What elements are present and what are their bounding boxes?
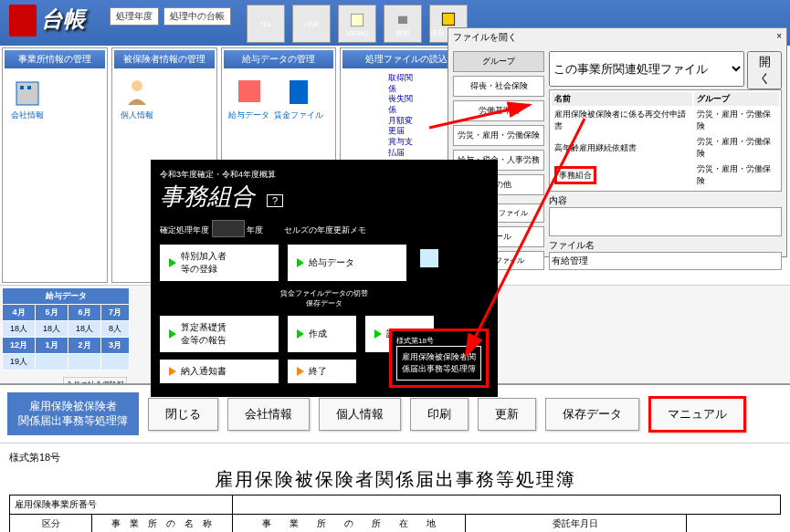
ledger-button[interactable]: 処理中の台帳 bbox=[163, 7, 231, 26]
file-open-dialog: ファイルを開く× グループ 得喪・社会保険 労働基準法 労災・雇用・労働保険 給… bbox=[448, 27, 787, 257]
svg-rect-5 bbox=[27, 86, 31, 89]
form-window: 雇用保険被保険者 関係届出事務等処理簿 閉じる 会社情報 個人情報 印刷 更新 … bbox=[0, 383, 790, 532]
close-button[interactable]: 閉じる bbox=[148, 398, 218, 431]
link-button[interactable]: LINK bbox=[292, 5, 331, 43]
section-header: 事業所情報の管理 bbox=[5, 50, 105, 68]
payment-notice-button[interactable]: 納入通知書 bbox=[160, 360, 279, 383]
note-text: 賃金ファイルデータの切替 bbox=[160, 288, 489, 298]
svg-rect-9 bbox=[420, 249, 438, 267]
list-item[interactable]: 高年齢雇用継続依頼書労災・雇用・労働保険 bbox=[552, 135, 779, 161]
print-button[interactable]: 印刷 bbox=[410, 398, 469, 431]
file-item[interactable]: 賞与支払届 bbox=[388, 137, 419, 158]
form-table: 雇用保険事業所番号 区分事 業 所 の 名 称事 業 所 の 所 在 地委託年月… bbox=[9, 495, 781, 532]
file-item[interactable]: 取得関係 bbox=[388, 73, 419, 94]
svg-rect-2 bbox=[442, 13, 454, 25]
form-number: 様式第18号 bbox=[9, 451, 781, 464]
app-logo: 台帳 bbox=[9, 5, 85, 37]
filename-value: 有給管理 bbox=[549, 252, 782, 270]
file-item[interactable]: 喪失関係 bbox=[388, 94, 419, 115]
note-icon bbox=[416, 245, 443, 272]
open-button[interactable]: 開く bbox=[747, 51, 782, 89]
form-heading: 雇用保険被保険者関係届出事務等処理簿 bbox=[9, 467, 781, 492]
group-button[interactable]: 得喪・社会保険 bbox=[453, 76, 544, 97]
savedata-button[interactable]: 保存データ bbox=[545, 398, 639, 431]
filename-label: ファイル名 bbox=[549, 240, 595, 250]
create-button[interactable]: 作成 bbox=[288, 316, 356, 352]
file-combo[interactable]: この事業所関連処理ファイル bbox=[549, 51, 744, 87]
company-info-button[interactable]: 会社情報 bbox=[9, 73, 46, 121]
close-button[interactable]: × bbox=[776, 31, 782, 44]
list-item[interactable]: 事務組合労災・雇用・労働保険 bbox=[552, 162, 779, 188]
help-button[interactable]: ? bbox=[267, 194, 283, 207]
svg-rect-7 bbox=[238, 80, 260, 102]
group-button[interactable]: 労働基準法 bbox=[453, 100, 544, 121]
form18-button[interactable]: 様式第18号 雇用保険被保険者関 係届出事務等処理簿 bbox=[389, 329, 489, 388]
svg-rect-0 bbox=[351, 14, 363, 26]
svg-rect-3 bbox=[16, 82, 38, 105]
person-button[interactable]: 個人情報 bbox=[319, 398, 401, 431]
file-list[interactable]: 名前グループ雇用保険被保険者に係る再交付申請書労災・雇用・労働保険高年齢雇用継続… bbox=[549, 89, 782, 192]
salary-table: 給与データ 4月5月6月7月18人18人18人8人12月1月2月3月19人 bbox=[2, 287, 130, 370]
update-button[interactable]: 更新 bbox=[384, 5, 422, 43]
section-header: 給与データの管理 bbox=[224, 50, 333, 68]
year-button[interactable]: 処理年度 bbox=[110, 7, 159, 26]
jimukumiai-panel: 令和3年度確定・令和4年度概算 事務組合 ? 確定処理年度 年度 セルズの年度更… bbox=[151, 160, 498, 397]
person-info-button[interactable]: 個人情報 bbox=[119, 73, 155, 121]
list-item[interactable]: 雇用保険被保険者に係る再交付申請書労災・雇用・労働保険 bbox=[552, 108, 779, 133]
exit-button[interactable]: 終了 bbox=[288, 360, 356, 383]
special-register-button[interactable]: 特別加入者 等の登録 bbox=[160, 245, 279, 281]
form-title: 雇用保険被保険者 関係届出事務等処理簿 bbox=[7, 392, 139, 435]
content-label: 内容 bbox=[549, 195, 567, 205]
company-button[interactable]: 会社情報 bbox=[227, 398, 310, 431]
panel-subtitle: 令和3年度確定・令和4年度概算 bbox=[160, 169, 489, 181]
tel-button[interactable]: TEL bbox=[247, 5, 285, 43]
list-item[interactable]: 労働保険新規適用労災・雇用・労働保険 bbox=[552, 190, 779, 192]
salary-data-button[interactable]: 給与データ bbox=[228, 73, 269, 121]
update-button[interactable]: 更新 bbox=[478, 398, 536, 431]
year-input[interactable] bbox=[212, 220, 245, 237]
wage-file-button[interactable]: 賃金ファイル bbox=[274, 73, 323, 121]
memo-button[interactable]: MEMO bbox=[338, 5, 376, 43]
svg-rect-4 bbox=[20, 86, 24, 89]
section-header: 被保険者情報の管理 bbox=[114, 50, 215, 68]
svg-rect-8 bbox=[290, 80, 308, 104]
group-header: グループ bbox=[453, 51, 544, 72]
salary-data-button[interactable]: 給与データ bbox=[288, 245, 406, 281]
group-button-labor[interactable]: 労災・雇用・労働保険 bbox=[453, 125, 544, 146]
panel-title: 事務組合 bbox=[160, 183, 255, 210]
calc-report-button[interactable]: 算定基礎賃 金等の報告 bbox=[160, 316, 279, 352]
manual-button[interactable]: マニュアル bbox=[648, 396, 746, 433]
file-item[interactable]: 月額変更届 bbox=[388, 116, 419, 137]
dialog-title: ファイルを開く bbox=[453, 31, 517, 44]
svg-point-6 bbox=[132, 80, 142, 91]
svg-rect-1 bbox=[398, 16, 407, 23]
note-text: 保存データ bbox=[160, 298, 489, 308]
